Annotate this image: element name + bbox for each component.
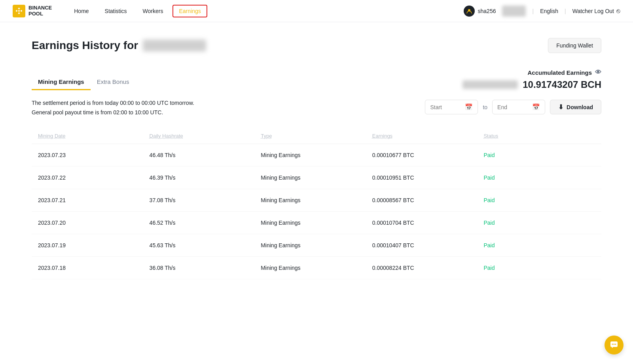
col-status: Status [483,133,595,139]
eye-toggle-icon[interactable]: 👁 [595,69,601,76]
cell-type: Mining Earnings [261,197,372,203]
main-nav: Home Statistics Workers Earnings [68,5,463,17]
tab-list: Mining Earnings Extra Bonus [32,74,135,90]
cell-date: 2023.07.19 [38,242,150,248]
logo-text: BINANCE POOL [28,5,52,17]
cell-hashrate: 45.63 Th/s [150,242,261,248]
cell-earnings: 0.00008567 BTC [372,197,484,203]
watcher-logout-button[interactable]: Watcher Log Out ⎋ [572,8,620,15]
accumulated-value: 10.91743207 BCH [523,79,601,90]
header-right: sha256 | English | Watcher Log Out ⎋ [464,6,620,17]
table-row: 2023.07.18 36.08 Th/s Mining Earnings 0.… [32,257,601,279]
end-date-input[interactable]: 📅 [492,100,545,114]
cell-type: Mining Earnings [261,242,372,248]
accumulated-value-row: 10.91743207 BCH [462,79,601,90]
cell-date: 2023.07.23 [38,152,150,158]
cell-type: Mining Earnings [261,265,372,271]
cell-date: 2023.07.18 [38,265,150,271]
cell-hashrate: 46.52 Th/s [150,220,261,226]
col-daily-hashrate: Daily Hashrate [150,133,261,139]
cell-type: Mining Earnings [261,152,372,158]
cell-earnings: 0.00010407 BTC [372,242,484,248]
cell-status: Paid [483,197,595,203]
nav-item-earnings[interactable]: Earnings [172,5,207,17]
cell-status: Paid [483,242,595,248]
download-icon: ⬇ [558,103,563,111]
main-content: Earnings History for Funding Wallet Mini… [0,22,633,295]
cell-hashrate: 46.39 Th/s [150,174,261,181]
accumulated-section: Accumulated Earnings 👁 10.91743207 BCH [462,69,601,90]
page-header: Earnings History for Funding Wallet [32,38,601,53]
cell-hashrate: 36.08 Th/s [150,265,261,271]
user-icon [464,6,475,17]
cell-status: Paid [483,265,595,271]
tab-mining-earnings[interactable]: Mining Earnings [32,74,91,90]
table-row: 2023.07.19 45.63 Th/s Mining Earnings 0.… [32,234,601,257]
col-earnings: Earnings [372,133,484,139]
header: BINANCE POOL Home Statistics Workers Ear… [0,0,633,22]
cell-status: Paid [483,152,595,158]
logo[interactable]: BINANCE POOL [13,5,52,17]
start-date-field[interactable] [430,104,462,110]
cell-status: Paid [483,174,595,181]
tab-extra-bonus[interactable]: Extra Bonus [91,74,136,90]
settlement-info: The settlement period is from today 00:0… [32,100,194,106]
to-label: to [483,104,487,110]
accumulated-label: Accumulated Earnings 👁 [462,69,601,76]
table-row: 2023.07.23 46.48 Th/s Mining Earnings 0.… [32,144,601,167]
cell-earnings: 0.00008224 BTC [372,265,484,271]
tabs-row: Mining Earnings Extra Bonus Accumulated … [32,69,601,90]
start-calendar-icon[interactable]: 📅 [465,103,473,111]
end-calendar-icon[interactable]: 📅 [532,103,540,111]
end-date-field[interactable] [497,104,529,110]
info-section: The settlement period is from today 00:0… [32,100,194,119]
funding-wallet-button[interactable]: Funding Wallet [548,38,601,53]
nav-item-workers[interactable]: Workers [136,5,170,17]
table-row: 2023.07.20 46.52 Th/s Mining Earnings 0.… [32,212,601,234]
cell-date: 2023.07.20 [38,220,150,226]
nav-item-home[interactable]: Home [68,5,95,17]
cell-date: 2023.07.22 [38,174,150,181]
cell-earnings: 0.00010704 BTC [372,220,484,226]
user-info: sha256 [464,6,496,17]
table-body: 2023.07.23 46.48 Th/s Mining Earnings 0.… [32,144,601,279]
cell-earnings: 0.00010677 BTC [372,152,484,158]
language-selector[interactable]: English [540,8,558,14]
cell-type: Mining Earnings [261,174,372,181]
username-blur [143,40,206,51]
table-header: Mining Date Daily Hashrate Type Earnings… [32,128,601,144]
table-row: 2023.07.22 46.39 Th/s Mining Earnings 0.… [32,167,601,189]
accumulated-blur [462,80,518,89]
cell-hashrate: 37.08 Th/s [150,197,261,203]
download-button[interactable]: ⬇ Download [550,100,601,114]
logout-icon: ⎋ [616,8,620,15]
avatar-blur [502,6,526,17]
table-row: 2023.07.21 37.08 Th/s Mining Earnings 0.… [32,189,601,212]
col-type: Type [261,133,372,139]
payout-info: General pool payout time is from 02:00 t… [32,109,194,116]
cell-hashrate: 46.48 Th/s [150,152,261,158]
cell-type: Mining Earnings [261,220,372,226]
username-label: sha256 [478,8,496,14]
cell-status: Paid [483,220,595,226]
nav-item-statistics[interactable]: Statistics [99,5,133,17]
lang-divider: | [532,8,534,14]
binance-logo-icon [13,5,25,17]
cell-earnings: 0.00010951 BTC [372,174,484,181]
page-title: Earnings History for [32,39,206,52]
col-mining-date: Mining Date [38,133,150,139]
lang-divider2: | [565,8,566,14]
cell-date: 2023.07.21 [38,197,150,203]
earnings-table: Mining Date Daily Hashrate Type Earnings… [32,128,601,279]
start-date-input[interactable]: 📅 [425,100,478,114]
date-range-row: 📅 to 📅 ⬇ Download [425,100,601,114]
